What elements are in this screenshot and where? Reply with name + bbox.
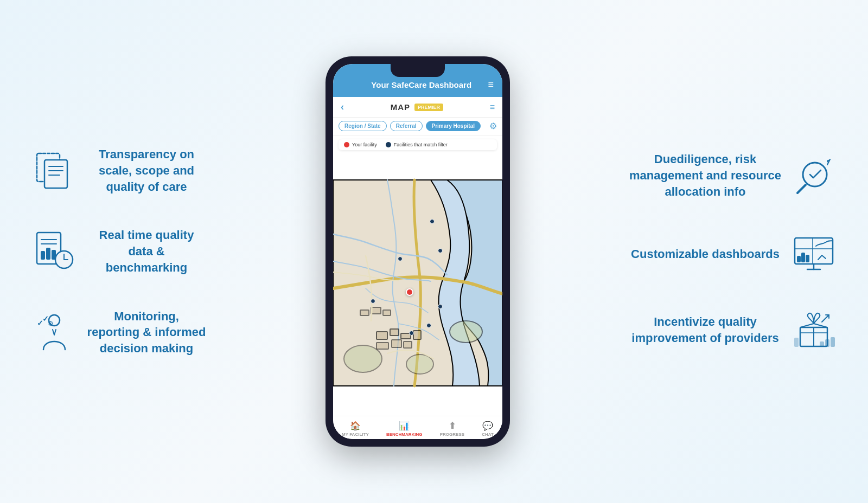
realtime-text: Real time quality data & benchmarking (87, 227, 206, 275)
map-area[interactable] (333, 150, 502, 416)
svg-rect-25 (404, 341, 412, 348)
bottom-nav: 🏠 MY FACILITY 📊 BENCHMARKING ⬆ PROGRESS (333, 416, 502, 439)
map-label: MAP (391, 102, 410, 112)
transparency-text: Transparency on scale, scope and quality… (87, 146, 206, 195)
nav-benchmarking[interactable]: 📊 BENCHMARKING (386, 421, 423, 437)
svg-rect-20 (390, 329, 399, 336)
chat-icon: 💬 (482, 421, 493, 431)
legend-your-facility: Your facility (344, 142, 377, 147)
filter-tab-primary[interactable]: Primary Hospital (426, 121, 481, 131)
svg-point-31 (406, 354, 433, 374)
duediligence-icon (792, 154, 835, 197)
incentivize-text: Incentivize quality improvement of provi… (629, 314, 781, 346)
marker-facility-6[interactable] (426, 323, 431, 328)
feature-monitoring: ✓ ✓ ⚙ Monitoring, reporting & informed d… (33, 308, 206, 357)
settings-icon[interactable]: ⚙ (489, 121, 497, 131)
legend-dot-blue (386, 142, 391, 147)
svg-rect-37 (797, 256, 800, 262)
svg-rect-39 (806, 255, 809, 262)
back-button[interactable]: ‹ (341, 101, 344, 113)
svg-rect-46 (820, 342, 824, 346)
left-features: Transparency on scale, scope and quality… (33, 146, 206, 356)
duediligence-text: Duediligence, risk management and resour… (629, 151, 781, 199)
filter-icon[interactable]: ≡ (490, 102, 495, 112)
svg-rect-26 (360, 310, 369, 315)
filter-tab-region[interactable]: Region / State (339, 121, 387, 131)
dashboards-text: Customizable dashboards (629, 246, 781, 262)
marker-facility-3[interactable] (398, 256, 403, 261)
svg-rect-47 (826, 340, 829, 346)
feature-incentivize: Incentivize quality improvement of provi… (629, 308, 835, 352)
nav-chat[interactable]: 💬 CHAT (482, 421, 494, 437)
svg-rect-24 (392, 340, 401, 347)
legend-dot-red (344, 142, 349, 147)
feature-realtime: Real time quality data & benchmarking (33, 227, 206, 275)
right-features: Duediligence, risk management and resour… (629, 151, 835, 351)
progress-icon: ⬆ (449, 421, 456, 431)
svg-point-29 (450, 321, 482, 343)
svg-rect-45 (795, 338, 798, 346)
monitoring-icon: ✓ ✓ ⚙ (33, 311, 76, 354)
feature-duediligence: Duediligence, risk management and resour… (629, 151, 835, 199)
benchmarking-icon: 📊 (399, 421, 410, 431)
premier-badge: PREMIER (414, 104, 443, 111)
incentivize-icon (792, 308, 835, 352)
svg-rect-19 (376, 332, 387, 339)
nav-my-facility[interactable]: 🏠 MY FACILITY (342, 421, 369, 437)
phone-screen: Your SafeCare Dashboard ≡ ‹ MAP PREMIER … (333, 64, 502, 439)
phone-mockup: Your SafeCare Dashboard ≡ ‹ MAP PREMIER … (315, 56, 521, 447)
marker-facility-4[interactable] (371, 299, 375, 304)
nav-progress[interactable]: ⬆ PROGRESS (440, 421, 464, 437)
svg-rect-9 (47, 248, 50, 259)
map-svg (333, 150, 502, 416)
svg-text:⚙: ⚙ (48, 320, 54, 327)
svg-rect-23 (376, 343, 388, 349)
svg-rect-48 (831, 338, 834, 346)
realtime-icon (33, 230, 76, 273)
svg-point-30 (344, 345, 382, 372)
svg-rect-38 (802, 253, 805, 262)
legend-matching: Facilities that match filter (386, 142, 448, 147)
dashboards-icon (792, 233, 835, 276)
hamburger-icon[interactable]: ≡ (488, 79, 494, 91)
svg-rect-22 (413, 331, 421, 339)
transparency-icon (33, 149, 76, 192)
svg-rect-28 (383, 310, 391, 315)
svg-rect-1 (44, 160, 67, 188)
home-icon: 🏠 (350, 421, 361, 431)
svg-point-32 (803, 163, 827, 186)
feature-dashboards: Customizable dashboards (629, 233, 835, 276)
filter-tabs: Region / State Referral Primary Hospital… (333, 118, 502, 136)
phone-header-title: Your SafeCare Dashboard (355, 80, 488, 89)
svg-line-33 (797, 185, 806, 193)
monitoring-text: Monitoring, reporting & informed decisio… (87, 308, 206, 357)
phone-notch (391, 64, 445, 77)
svg-rect-27 (371, 307, 381, 314)
feature-transparency: Transparency on scale, scope and quality… (33, 146, 206, 195)
marker-your-facility[interactable] (406, 288, 413, 296)
phone-subheader: ‹ MAP PREMIER ≡ (333, 97, 502, 118)
phone-device: Your SafeCare Dashboard ≡ ‹ MAP PREMIER … (326, 56, 510, 447)
main-layout: Transparency on scale, scope and quality… (0, 0, 868, 503)
svg-rect-8 (41, 252, 44, 259)
filter-tab-referral[interactable]: Referral (390, 121, 423, 131)
page-wrapper: Transparency on scale, scope and quality… (0, 0, 868, 503)
map-legend: Your facility Facilities that match filt… (339, 139, 497, 150)
